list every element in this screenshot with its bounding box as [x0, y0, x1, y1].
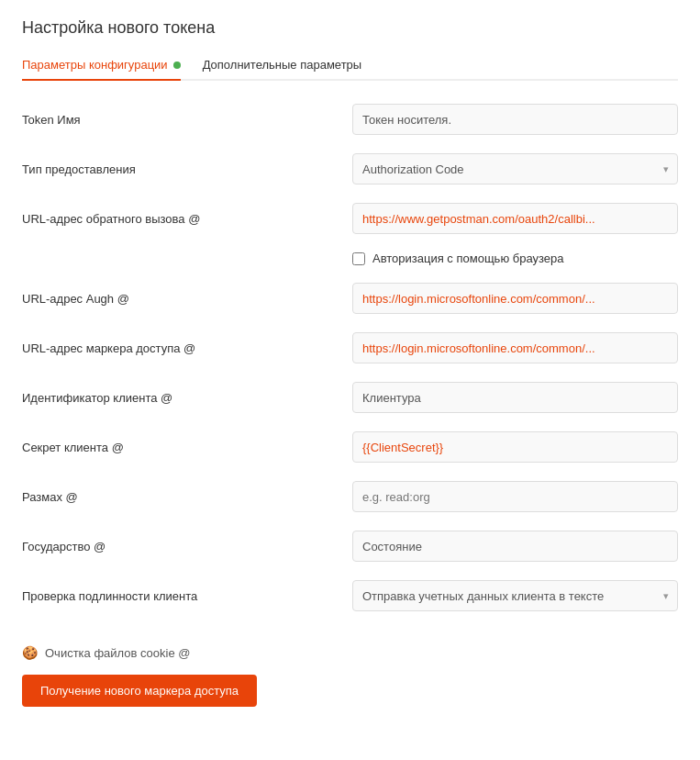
token-name-label: Token Имя: [22, 113, 352, 127]
cookie-label: Очистка файлов cookie @: [45, 646, 190, 660]
state-input[interactable]: [352, 531, 678, 562]
tab-config[interactable]: Параметры конфигурации: [22, 50, 181, 81]
auth-url-label: URL-адрес Augh @: [22, 292, 352, 306]
auth-url-input[interactable]: [352, 283, 678, 314]
scope-row: Размах @: [22, 480, 678, 513]
callback-url-row: URL-адрес обратного вызова @: [22, 202, 678, 235]
client-secret-input[interactable]: [352, 431, 678, 463]
scope-input[interactable]: [352, 481, 678, 512]
tab-config-label: Параметры конфигурации: [22, 58, 168, 72]
browser-auth-checkbox[interactable]: [352, 252, 365, 265]
client-id-row: Идентификатор клиента @: [22, 381, 678, 414]
client-auth-select-wrapper: Отправка учетных данных клиента в тексте…: [352, 580, 678, 611]
bottom-section: 🍪 Очистка файлов cookie @ Получение ново…: [22, 631, 678, 707]
tab-config-dot: [173, 61, 181, 69]
tab-advanced-label: Дополнительные параметры: [203, 58, 362, 72]
client-secret-row: Секрет клиента @: [22, 430, 678, 464]
client-auth-row: Проверка подлинности клиента Отправка уч…: [22, 579, 678, 612]
tabs-container: Параметры конфигурации Дополнительные па…: [22, 50, 678, 81]
client-id-input[interactable]: [352, 382, 678, 413]
state-row: Государство @: [22, 530, 678, 563]
submit-button[interactable]: Получение нового маркера доступа: [22, 675, 257, 707]
cookie-row: 🍪 Очистка файлов cookie @: [22, 645, 678, 660]
grant-type-row: Тип предоставления Authorization Code ▾: [22, 152, 678, 185]
page-title: Настройка нового токена: [22, 18, 678, 38]
client-secret-label: Секрет клиента @: [22, 441, 352, 454]
token-name-row: Token Имя: [22, 103, 678, 136]
grant-type-select[interactable]: Authorization Code: [352, 153, 678, 184]
client-id-label: Идентификатор клиента @: [22, 391, 352, 405]
scope-label: Размах @: [22, 490, 352, 504]
callback-url-label: URL-адрес обратного вызова @: [22, 212, 352, 226]
client-auth-select[interactable]: Отправка учетных данных клиента в тексте: [352, 580, 678, 611]
access-token-url-label: URL-адрес маркера доступа @: [22, 341, 352, 355]
auth-url-row: URL-адрес Augh @: [22, 282, 678, 315]
callback-url-input[interactable]: [352, 203, 678, 234]
token-name-input[interactable]: [352, 104, 678, 135]
access-token-url-row: URL-адрес маркера доступа @: [22, 331, 678, 364]
browser-auth-row: Авторизация с помощью браузера: [352, 251, 678, 265]
access-token-url-input[interactable]: [352, 332, 678, 363]
cookie-icon: 🍪: [22, 645, 38, 660]
browser-auth-label: Авторизация с помощью браузера: [372, 251, 564, 265]
grant-type-select-wrapper: Authorization Code ▾: [352, 153, 678, 184]
tab-advanced[interactable]: Дополнительные параметры: [203, 50, 362, 81]
state-label: Государство @: [22, 540, 352, 553]
client-auth-label: Проверка подлинности клиента: [22, 589, 352, 603]
grant-type-label: Тип предоставления: [22, 162, 352, 176]
